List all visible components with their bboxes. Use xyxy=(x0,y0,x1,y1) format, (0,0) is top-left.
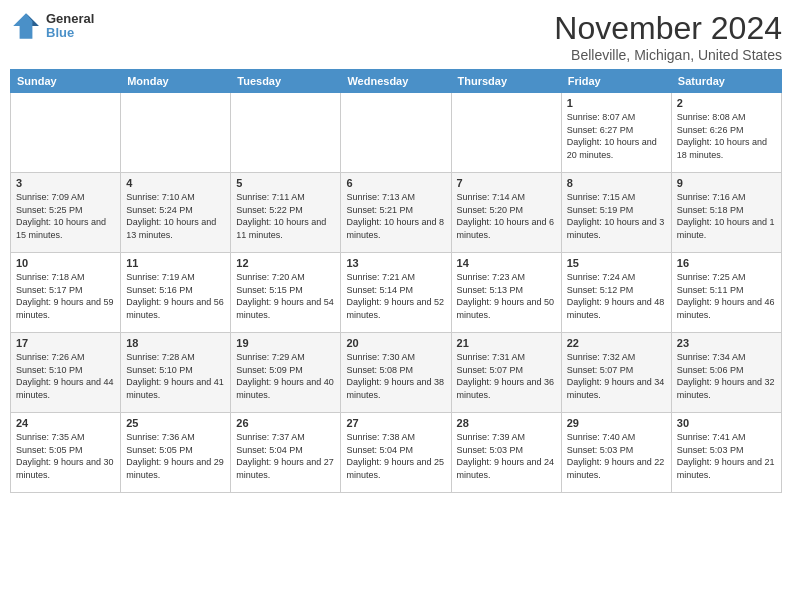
calendar-cell: 26Sunrise: 7:37 AM Sunset: 5:04 PM Dayli… xyxy=(231,413,341,493)
day-info: Sunrise: 7:16 AM Sunset: 5:18 PM Dayligh… xyxy=(677,191,776,241)
calendar-cell: 6Sunrise: 7:13 AM Sunset: 5:21 PM Daylig… xyxy=(341,173,451,253)
calendar-cell: 15Sunrise: 7:24 AM Sunset: 5:12 PM Dayli… xyxy=(561,253,671,333)
calendar-cell: 12Sunrise: 7:20 AM Sunset: 5:15 PM Dayli… xyxy=(231,253,341,333)
day-info: Sunrise: 7:36 AM Sunset: 5:05 PM Dayligh… xyxy=(126,431,225,481)
logo-blue-text: Blue xyxy=(46,26,94,40)
day-number: 6 xyxy=(346,177,445,189)
day-number: 13 xyxy=(346,257,445,269)
day-number: 26 xyxy=(236,417,335,429)
day-info: Sunrise: 7:20 AM Sunset: 5:15 PM Dayligh… xyxy=(236,271,335,321)
day-info: Sunrise: 7:30 AM Sunset: 5:08 PM Dayligh… xyxy=(346,351,445,401)
day-number: 15 xyxy=(567,257,666,269)
calendar-cell: 25Sunrise: 7:36 AM Sunset: 5:05 PM Dayli… xyxy=(121,413,231,493)
weekday-header-friday: Friday xyxy=(561,70,671,93)
day-info: Sunrise: 7:37 AM Sunset: 5:04 PM Dayligh… xyxy=(236,431,335,481)
day-info: Sunrise: 7:19 AM Sunset: 5:16 PM Dayligh… xyxy=(126,271,225,321)
day-number: 20 xyxy=(346,337,445,349)
day-info: Sunrise: 7:35 AM Sunset: 5:05 PM Dayligh… xyxy=(16,431,115,481)
calendar-cell: 14Sunrise: 7:23 AM Sunset: 5:13 PM Dayli… xyxy=(451,253,561,333)
day-info: Sunrise: 7:15 AM Sunset: 5:19 PM Dayligh… xyxy=(567,191,666,241)
calendar-cell xyxy=(451,93,561,173)
day-number: 19 xyxy=(236,337,335,349)
week-row-1: 1Sunrise: 8:07 AM Sunset: 6:27 PM Daylig… xyxy=(11,93,782,173)
calendar-cell: 20Sunrise: 7:30 AM Sunset: 5:08 PM Dayli… xyxy=(341,333,451,413)
day-number: 8 xyxy=(567,177,666,189)
calendar-cell: 17Sunrise: 7:26 AM Sunset: 5:10 PM Dayli… xyxy=(11,333,121,413)
calendar-cell: 3Sunrise: 7:09 AM Sunset: 5:25 PM Daylig… xyxy=(11,173,121,253)
title-block: November 2024 Belleville, Michigan, Unit… xyxy=(554,10,782,63)
calendar-cell: 21Sunrise: 7:31 AM Sunset: 5:07 PM Dayli… xyxy=(451,333,561,413)
week-row-2: 3Sunrise: 7:09 AM Sunset: 5:25 PM Daylig… xyxy=(11,173,782,253)
day-number: 22 xyxy=(567,337,666,349)
logo: General Blue xyxy=(10,10,94,42)
day-info: Sunrise: 7:25 AM Sunset: 5:11 PM Dayligh… xyxy=(677,271,776,321)
logo-general-text: General xyxy=(46,12,94,26)
day-info: Sunrise: 7:24 AM Sunset: 5:12 PM Dayligh… xyxy=(567,271,666,321)
day-number: 14 xyxy=(457,257,556,269)
day-info: Sunrise: 7:10 AM Sunset: 5:24 PM Dayligh… xyxy=(126,191,225,241)
day-number: 4 xyxy=(126,177,225,189)
day-number: 3 xyxy=(16,177,115,189)
calendar-cell xyxy=(11,93,121,173)
weekday-header-wednesday: Wednesday xyxy=(341,70,451,93)
weekday-header-sunday: Sunday xyxy=(11,70,121,93)
day-number: 25 xyxy=(126,417,225,429)
day-info: Sunrise: 7:29 AM Sunset: 5:09 PM Dayligh… xyxy=(236,351,335,401)
logo-icon xyxy=(10,10,42,42)
calendar-cell: 24Sunrise: 7:35 AM Sunset: 5:05 PM Dayli… xyxy=(11,413,121,493)
day-number: 11 xyxy=(126,257,225,269)
calendar-cell: 27Sunrise: 7:38 AM Sunset: 5:04 PM Dayli… xyxy=(341,413,451,493)
calendar-cell: 22Sunrise: 7:32 AM Sunset: 5:07 PM Dayli… xyxy=(561,333,671,413)
week-row-3: 10Sunrise: 7:18 AM Sunset: 5:17 PM Dayli… xyxy=(11,253,782,333)
location: Belleville, Michigan, United States xyxy=(554,47,782,63)
day-number: 9 xyxy=(677,177,776,189)
day-info: Sunrise: 8:08 AM Sunset: 6:26 PM Dayligh… xyxy=(677,111,776,161)
day-info: Sunrise: 7:38 AM Sunset: 5:04 PM Dayligh… xyxy=(346,431,445,481)
day-info: Sunrise: 7:39 AM Sunset: 5:03 PM Dayligh… xyxy=(457,431,556,481)
day-info: Sunrise: 7:31 AM Sunset: 5:07 PM Dayligh… xyxy=(457,351,556,401)
day-info: Sunrise: 8:07 AM Sunset: 6:27 PM Dayligh… xyxy=(567,111,666,161)
calendar-cell xyxy=(121,93,231,173)
day-number: 24 xyxy=(16,417,115,429)
weekday-header-row: SundayMondayTuesdayWednesdayThursdayFrid… xyxy=(11,70,782,93)
day-info: Sunrise: 7:41 AM Sunset: 5:03 PM Dayligh… xyxy=(677,431,776,481)
day-number: 7 xyxy=(457,177,556,189)
day-number: 10 xyxy=(16,257,115,269)
calendar-cell: 8Sunrise: 7:15 AM Sunset: 5:19 PM Daylig… xyxy=(561,173,671,253)
calendar-table: SundayMondayTuesdayWednesdayThursdayFrid… xyxy=(10,69,782,493)
day-number: 17 xyxy=(16,337,115,349)
day-number: 29 xyxy=(567,417,666,429)
calendar-cell: 5Sunrise: 7:11 AM Sunset: 5:22 PM Daylig… xyxy=(231,173,341,253)
day-info: Sunrise: 7:14 AM Sunset: 5:20 PM Dayligh… xyxy=(457,191,556,241)
calendar-cell xyxy=(231,93,341,173)
calendar-cell: 23Sunrise: 7:34 AM Sunset: 5:06 PM Dayli… xyxy=(671,333,781,413)
day-number: 16 xyxy=(677,257,776,269)
calendar-cell: 18Sunrise: 7:28 AM Sunset: 5:10 PM Dayli… xyxy=(121,333,231,413)
calendar-cell xyxy=(341,93,451,173)
month-title: November 2024 xyxy=(554,10,782,47)
day-info: Sunrise: 7:40 AM Sunset: 5:03 PM Dayligh… xyxy=(567,431,666,481)
calendar-cell: 2Sunrise: 8:08 AM Sunset: 6:26 PM Daylig… xyxy=(671,93,781,173)
day-info: Sunrise: 7:13 AM Sunset: 5:21 PM Dayligh… xyxy=(346,191,445,241)
calendar-cell: 13Sunrise: 7:21 AM Sunset: 5:14 PM Dayli… xyxy=(341,253,451,333)
day-info: Sunrise: 7:32 AM Sunset: 5:07 PM Dayligh… xyxy=(567,351,666,401)
day-number: 30 xyxy=(677,417,776,429)
weekday-header-tuesday: Tuesday xyxy=(231,70,341,93)
week-row-4: 17Sunrise: 7:26 AM Sunset: 5:10 PM Dayli… xyxy=(11,333,782,413)
weekday-header-saturday: Saturday xyxy=(671,70,781,93)
day-number: 23 xyxy=(677,337,776,349)
calendar-cell: 30Sunrise: 7:41 AM Sunset: 5:03 PM Dayli… xyxy=(671,413,781,493)
day-info: Sunrise: 7:18 AM Sunset: 5:17 PM Dayligh… xyxy=(16,271,115,321)
day-number: 1 xyxy=(567,97,666,109)
calendar-cell: 10Sunrise: 7:18 AM Sunset: 5:17 PM Dayli… xyxy=(11,253,121,333)
day-info: Sunrise: 7:23 AM Sunset: 5:13 PM Dayligh… xyxy=(457,271,556,321)
weekday-header-monday: Monday xyxy=(121,70,231,93)
calendar-cell: 4Sunrise: 7:10 AM Sunset: 5:24 PM Daylig… xyxy=(121,173,231,253)
day-number: 28 xyxy=(457,417,556,429)
day-info: Sunrise: 7:21 AM Sunset: 5:14 PM Dayligh… xyxy=(346,271,445,321)
calendar-cell: 11Sunrise: 7:19 AM Sunset: 5:16 PM Dayli… xyxy=(121,253,231,333)
day-info: Sunrise: 7:26 AM Sunset: 5:10 PM Dayligh… xyxy=(16,351,115,401)
calendar-cell: 1Sunrise: 8:07 AM Sunset: 6:27 PM Daylig… xyxy=(561,93,671,173)
day-info: Sunrise: 7:28 AM Sunset: 5:10 PM Dayligh… xyxy=(126,351,225,401)
day-number: 5 xyxy=(236,177,335,189)
